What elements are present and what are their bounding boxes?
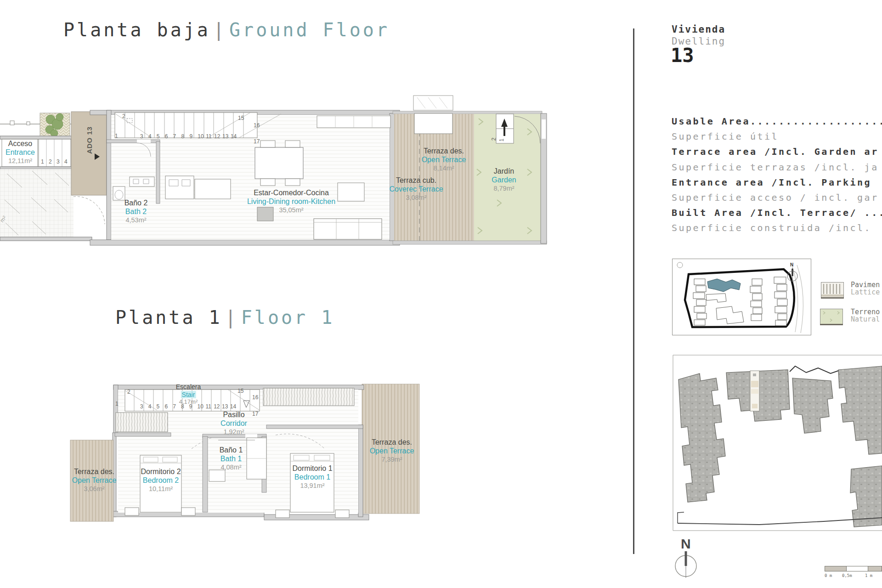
stair-number: 10 [198,133,204,140]
stair-number: 14 [231,133,237,140]
compass-n: N [681,537,691,551]
stair-number: 16 [254,122,260,129]
spec-line: Built Area /Incl. Terrace/ ... [672,205,882,220]
stair-number: 15 [237,388,243,394]
stair-number: 17 [254,138,260,145]
spec-line: Entrance area /Incl. Parking [672,175,882,190]
stair-number: 8 [181,403,184,410]
site-minimap: N [672,259,811,335]
scale-label-05: 0,5m [842,573,852,578]
stair-number: 7 [173,403,176,410]
spec-line: Usable Area......................... [672,114,882,129]
stair-number: 1 [115,401,119,407]
unit-entry-arrow-icon [95,153,100,160]
north-compass: N [672,537,700,582]
stair-number: 2 [122,113,125,119]
stair-number: 11 [205,403,211,410]
ground-floor-plan [0,92,554,250]
site-plan-large [672,354,882,531]
spec-line: Superficie acceso / incl. gar [672,190,882,205]
title-separator: | [222,307,241,328]
room-label-living: Estar-Comedor-Cocina Living-Dining room-… [247,189,335,214]
room-label-corridor: Pasillo Corridor 1,92m² [220,411,247,436]
stair-number: 4 [64,158,68,165]
stair-number: 11 [206,133,211,140]
garden-step-number: 1 [498,139,505,142]
room-label-stair: Escalera Stair 4,17m² [176,383,201,405]
stair-number: 5 [157,403,160,410]
dwelling-label-es: Vivienda [672,24,725,35]
scale-label-0: 0 m [825,573,832,578]
scale-bar: 0 m 0,5m 1 m [825,566,882,580]
stair-number: 16 [252,394,258,401]
stair-number: 7 [173,133,176,140]
room-label-entrance: Acceso Entrance 12,11m² [6,140,35,165]
legend-item-natural: Terreno Natural [851,308,880,323]
stair-number: 3 [140,403,143,410]
spec-line: Superficie construida /incl. [672,220,882,236]
stair-number: 12 [214,133,220,140]
stair-number: 6 [164,403,168,410]
stair-number: 8 [181,133,185,140]
panel-divider [633,28,634,554]
title-en: Ground Floor [229,19,390,40]
legend-swatch-lattice [821,282,844,299]
unit-marker-label: ADO 13 [85,126,93,154]
room-label-terrace-right: Terraza des. Open Terrace 7,39m² [370,438,414,464]
stair-number: 2 [49,158,52,165]
stair-number: 9 [189,403,192,410]
stair-number: 13 [222,133,228,140]
room-label-covered-terrace: Terraza cub. Coverec Terrace 3,08m² [389,176,443,202]
legend-item-lattice: Pavimen Lattice [851,281,880,296]
stair-number: 2 [127,389,130,395]
stair-number: 10 [198,403,204,410]
spec-line: Superficie terrazas /incl. ja [672,160,882,175]
stair-number: 9 [189,133,192,140]
room-label-garden: Jardín Garden 8,79m² [492,167,516,192]
stair-number: 3 [140,133,143,140]
stair-number: 1 [115,133,118,139]
dwelling-number: 13 [671,44,694,67]
stair-number: 3 [57,158,60,165]
room-label-bath2: Baño 2 Bath 2 4,53m² [124,199,148,224]
plan-sheet: Planta baja|Ground Floor Planta 1|Floor … [0,0,882,588]
stair-number: 4 [148,403,152,410]
room-label-bath1: Baño 1 Bath 1 4,08m² [220,446,243,471]
area-spec-list: Usable Area......................... Sup… [672,114,882,236]
room-label-terrace-left: Terraza des. Open Terrace 3,06m² [72,468,117,493]
ground-floor-title: Planta baja|Ground Floor [63,19,390,40]
stair-number: 14 [230,403,236,410]
stair-number: 5 [157,133,160,140]
spec-line: Terrace area /Incl. Garden ar [672,144,882,159]
title-es: Planta 1 [115,307,222,328]
legend-swatch-natural [820,309,843,325]
garden-step-number: 2 [491,138,497,141]
title-separator: | [210,19,229,40]
stair-number: 1 [41,158,44,165]
stair-number: 4 [148,133,152,140]
title-es: Planta baja [63,19,210,40]
room-label-bedroom2: Dormitorio 2 Bedroom 2 10,11m² [141,468,181,493]
room-label-bedroom1: Dormitorio 1 Bedroom 1 13,91m² [292,464,332,490]
room-label-open-terrace: Terraza des. Open Terrace 8,14m² [422,147,466,172]
scale-label-1: 1 m [865,573,872,578]
minimap-compass-n: N [790,262,793,267]
stair-number: 15 [238,115,244,121]
floor1-title: Planta 1|Floor 1 [115,307,334,328]
stair-number: 12 [214,403,220,410]
title-en: Floor 1 [241,307,335,328]
stair-number: 6 [165,133,168,140]
stair-number: 17 [252,411,258,417]
stair-number: 13 [222,403,228,410]
spec-line: Superficie útil [672,129,882,144]
